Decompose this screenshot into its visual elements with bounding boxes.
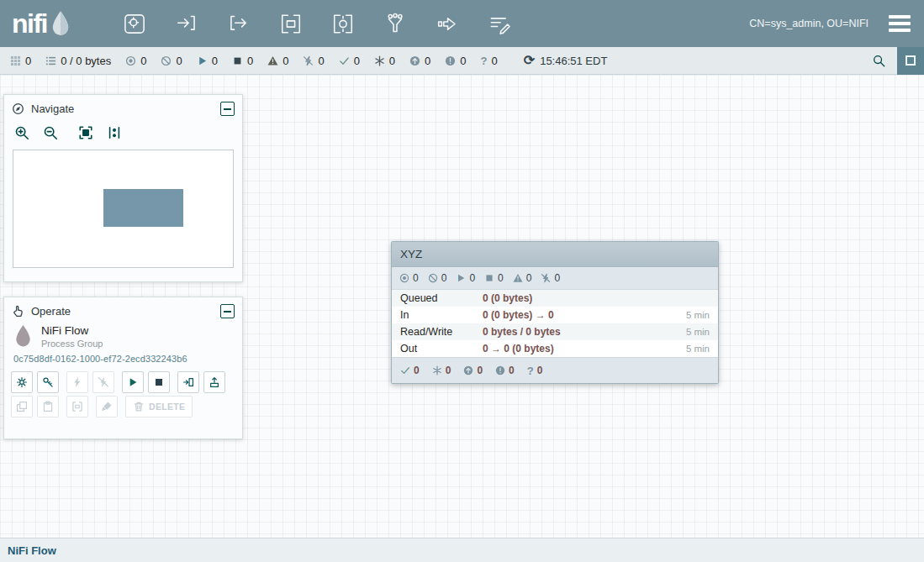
pg-not-transmitting-stat: 0 bbox=[428, 272, 447, 284]
funnel-component-button[interactable] bbox=[379, 10, 411, 37]
start-button[interactable] bbox=[122, 371, 144, 393]
zoom-actual-size-button[interactable] bbox=[104, 123, 124, 142]
pg-sync-failure-stat: ? 0 bbox=[527, 365, 543, 376]
zoom-in-icon bbox=[14, 125, 29, 140]
selected-component-type: Process Group bbox=[41, 339, 103, 349]
delete-button-label: DELETE bbox=[149, 402, 185, 412]
pg-running-stat: 0 bbox=[456, 272, 475, 284]
selected-component-info: NiFi Flow Process Group bbox=[4, 323, 242, 351]
navigate-collapse-button[interactable] bbox=[220, 102, 235, 116]
create-template-button[interactable] bbox=[177, 371, 199, 393]
status-stale: 0 bbox=[409, 55, 430, 67]
status-up-to-date: 0 bbox=[339, 55, 360, 67]
operate-panel: Operate NiFi Flow Process Group 0c75d8df… bbox=[3, 297, 243, 439]
access-policies-button[interactable] bbox=[37, 371, 59, 393]
zoom-in-button[interactable] bbox=[12, 123, 32, 142]
flow-status-bar: 0 0 / 0 bytes 0 0 0 bbox=[0, 47, 924, 75]
minus-icon bbox=[224, 311, 231, 313]
status-active-threads: 0 bbox=[10, 55, 31, 67]
stop-icon bbox=[153, 376, 165, 388]
pg-stopped-stat: 0 bbox=[484, 272, 504, 284]
operate-buttons-row-1 bbox=[4, 369, 242, 393]
nifi-app: nifi bbox=[0, 0, 924, 562]
process-group-component-button[interactable] bbox=[275, 10, 307, 37]
flow-canvas[interactable]: Navigate bbox=[0, 75, 924, 538]
zoom-out-icon bbox=[43, 125, 58, 140]
output-port-component-button[interactable] bbox=[223, 10, 255, 37]
pg-stale-stat: 0 bbox=[463, 365, 483, 376]
panel-toggle-button[interactable] bbox=[897, 47, 924, 75]
pg-transmitting-stat: 0 bbox=[399, 272, 419, 284]
status-not-transmitting: 0 bbox=[161, 55, 182, 67]
enable-button[interactable] bbox=[66, 371, 88, 393]
fill-color-button[interactable] bbox=[96, 396, 118, 418]
transmitting-icon bbox=[125, 55, 136, 66]
pg-disabled-stat: 0 bbox=[541, 272, 560, 284]
output-port-icon bbox=[224, 12, 253, 36]
minimap-component-rect[interactable] bbox=[103, 189, 183, 227]
key-icon bbox=[42, 376, 54, 388]
birdseye-minimap[interactable] bbox=[13, 150, 234, 268]
current-user: CN=sys_admin, OU=NIFI bbox=[749, 18, 869, 29]
status-running: 0 bbox=[197, 55, 218, 67]
asterisk-icon bbox=[374, 55, 385, 66]
zoom-fit-icon bbox=[78, 125, 93, 140]
label-component-button[interactable] bbox=[483, 10, 515, 37]
check-icon bbox=[400, 365, 410, 376]
disabled-bolt-slash-icon bbox=[303, 55, 314, 66]
template-component-button[interactable] bbox=[431, 10, 463, 37]
paste-icon bbox=[42, 401, 54, 412]
pg-locally-modified-stale-stat: 0 bbox=[495, 365, 515, 376]
processor-component-button[interactable] bbox=[119, 10, 150, 37]
navigate-panel: Navigate bbox=[3, 94, 243, 282]
stopped-stop-icon bbox=[484, 273, 494, 283]
global-menu-button[interactable] bbox=[887, 13, 912, 34]
breadcrumb-bar: NiFi Flow bbox=[0, 538, 924, 562]
breadcrumb[interactable]: NiFi Flow bbox=[8, 544, 56, 557]
hamburger-icon bbox=[889, 15, 911, 18]
selected-component-name: NiFi Flow bbox=[41, 324, 103, 337]
input-port-component-button[interactable] bbox=[171, 10, 203, 37]
stop-button[interactable] bbox=[148, 371, 170, 393]
configure-button[interactable] bbox=[11, 371, 33, 393]
process-group-droplet-icon bbox=[13, 324, 33, 349]
operate-panel-header: Operate bbox=[4, 297, 242, 323]
process-group-stats-row: 0 0 0 0 bbox=[392, 267, 718, 290]
zoom-fit-button[interactable] bbox=[76, 123, 96, 142]
refresh-icon[interactable]: ⟳ bbox=[524, 54, 535, 67]
minus-icon bbox=[224, 108, 231, 110]
zoom-out-button[interactable] bbox=[40, 123, 61, 142]
square-icon bbox=[906, 55, 916, 66]
remote-process-group-component-button[interactable] bbox=[327, 10, 359, 37]
navigate-panel-title: Navigate bbox=[31, 102, 214, 115]
nifi-logo: nifi bbox=[12, 10, 71, 38]
paste-button[interactable] bbox=[37, 396, 59, 418]
process-group-version-row: 0 0 0 0 bbox=[392, 357, 718, 383]
group-button[interactable] bbox=[66, 396, 88, 418]
input-port-icon bbox=[172, 12, 201, 36]
queued-list-icon bbox=[45, 55, 56, 66]
stopped-stop-icon bbox=[232, 55, 243, 66]
process-group-name: XYZ bbox=[400, 248, 422, 260]
process-group-xyz[interactable]: XYZ 0 0 0 0 bbox=[391, 241, 719, 384]
compass-icon bbox=[12, 102, 24, 115]
delete-button[interactable]: DELETE bbox=[125, 396, 193, 418]
operate-collapse-button[interactable] bbox=[220, 304, 235, 318]
pg-queued-row: Queued 0 (0 bytes) bbox=[392, 290, 718, 307]
selected-component-id: 0c75d8df-0162-1000-ef72-2ecd332243b6 bbox=[4, 351, 242, 369]
process-group-header[interactable]: XYZ bbox=[392, 242, 718, 267]
search-button[interactable] bbox=[873, 55, 885, 67]
remote-process-group-icon bbox=[329, 12, 357, 36]
status-invalid: 0 bbox=[267, 55, 288, 67]
copy-button[interactable] bbox=[11, 396, 33, 418]
upload-template-button[interactable] bbox=[203, 371, 225, 393]
pg-invalid-stat: 0 bbox=[513, 272, 532, 284]
pg-in-row: In 0 (0 bytes) → 0 5 min bbox=[392, 307, 718, 323]
disable-button[interactable] bbox=[92, 371, 114, 393]
exclamation-circle-icon bbox=[495, 365, 505, 376]
pg-up-to-date-stat: 0 bbox=[400, 365, 420, 376]
app-header: nifi bbox=[0, 0, 924, 47]
invalid-warning-icon bbox=[267, 55, 278, 66]
status-right bbox=[873, 47, 924, 74]
not-transmitting-icon bbox=[428, 273, 438, 283]
